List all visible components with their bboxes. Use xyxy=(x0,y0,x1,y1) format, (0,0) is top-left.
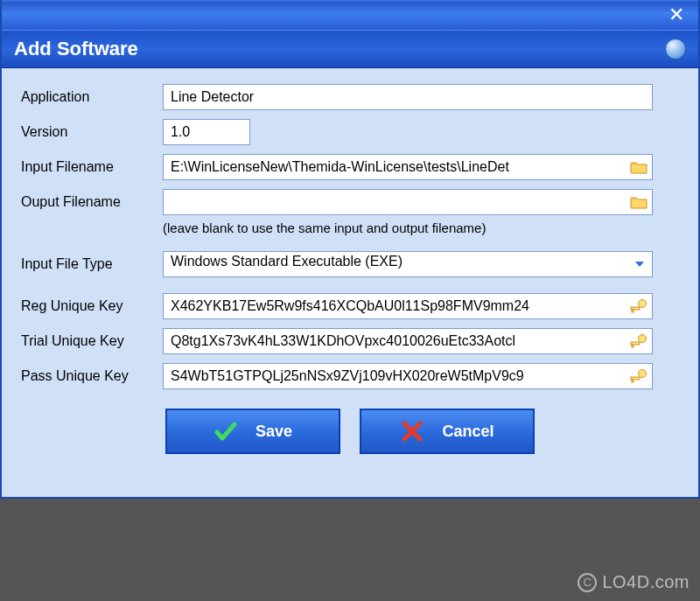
svg-rect-2 xyxy=(632,310,634,312)
label-application: Application xyxy=(21,89,163,105)
dialog-title: Add Software xyxy=(14,38,138,60)
x-icon xyxy=(400,419,424,444)
svg-point-0 xyxy=(639,300,647,308)
window: ✕ Add Software Application Version Input… xyxy=(0,0,700,499)
row-input-filename: Input Filename xyxy=(21,154,679,180)
button-row: Save Cancel xyxy=(21,409,679,454)
reg-key-input[interactable] xyxy=(163,293,653,319)
label-trial-key: Trial Unique Key xyxy=(21,333,163,349)
row-pass-key: Pass Unique Key xyxy=(21,363,679,389)
watermark-text: LO4D.com xyxy=(602,572,690,592)
pass-key-input[interactable] xyxy=(163,363,653,389)
output-hint: (leave blank to use the same input and o… xyxy=(163,220,679,235)
row-trial-key: Trial Unique Key xyxy=(21,328,679,354)
row-output-filename: Ouput Filename xyxy=(21,189,679,215)
copyright-icon: C xyxy=(578,573,597,592)
folder-icon[interactable] xyxy=(630,194,648,210)
dialog-body: Application Version Input Filename Ouput… xyxy=(2,68,698,497)
input-file-type-value: Windows Standard Executable (EXE) xyxy=(163,251,653,277)
svg-point-6 xyxy=(639,370,647,378)
label-input-filename: Input Filename xyxy=(21,159,163,175)
key-icon[interactable] xyxy=(630,368,648,384)
version-input[interactable] xyxy=(163,119,250,145)
label-reg-key: Reg Unique Key xyxy=(21,298,163,314)
input-filename-input[interactable] xyxy=(163,154,653,180)
save-button[interactable]: Save xyxy=(165,409,340,454)
output-filename-input[interactable] xyxy=(163,189,653,215)
folder-icon[interactable] xyxy=(630,159,648,175)
check-icon xyxy=(214,419,238,444)
app-icon xyxy=(665,38,686,59)
key-icon[interactable] xyxy=(630,298,648,314)
save-label: Save xyxy=(256,423,292,441)
row-application: Application xyxy=(21,84,679,110)
application-input[interactable] xyxy=(163,84,653,110)
label-pass-key: Pass Unique Key xyxy=(21,368,163,384)
watermark: C LO4D.com xyxy=(578,572,690,592)
cancel-button[interactable]: Cancel xyxy=(360,409,535,454)
row-version: Version xyxy=(21,119,679,145)
svg-rect-5 xyxy=(632,345,634,347)
label-version: Version xyxy=(21,124,163,140)
input-file-type-select[interactable]: Windows Standard Executable (EXE) xyxy=(163,251,653,277)
trial-key-input[interactable] xyxy=(163,328,653,354)
dialog-header: Add Software xyxy=(2,30,698,68)
row-input-file-type: Input File Type Windows Standard Executa… xyxy=(21,251,679,277)
label-input-file-type: Input File Type xyxy=(21,256,163,272)
svg-rect-8 xyxy=(632,380,634,382)
cancel-label: Cancel xyxy=(442,423,494,441)
svg-point-3 xyxy=(639,335,647,343)
close-icon[interactable]: ✕ xyxy=(660,3,693,26)
titlebar: ✕ xyxy=(2,0,698,30)
row-reg-key: Reg Unique Key xyxy=(21,293,679,319)
chevron-down-icon xyxy=(634,258,646,270)
key-icon[interactable] xyxy=(630,333,648,349)
label-output-filename: Ouput Filename xyxy=(21,194,163,210)
